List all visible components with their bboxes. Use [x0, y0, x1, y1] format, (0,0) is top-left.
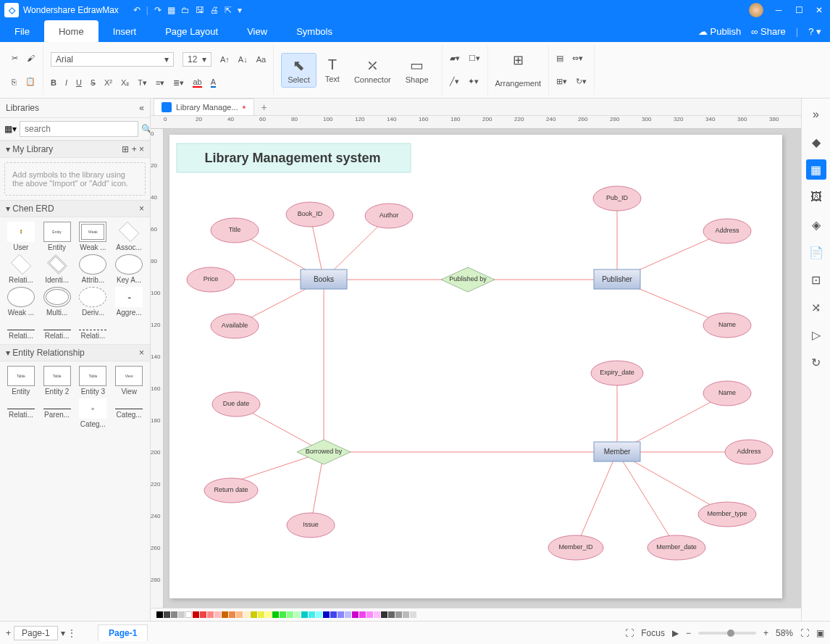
minimize-icon[interactable]: ─ — [774, 5, 784, 15]
shape-tool[interactable]: ▭Shape — [400, 54, 435, 87]
close-lib-icon[interactable]: × — [139, 144, 144, 154]
line-icon[interactable]: ╱▾ — [450, 77, 459, 86]
shape-deriv[interactable]: Deriv... — [77, 287, 110, 317]
shape-er-categ2[interactable]: Categ... — [112, 398, 146, 428]
shape-key-attrib[interactable]: Key A... — [112, 254, 146, 284]
print-icon[interactable]: 🖨 — [210, 5, 219, 15]
list-icon[interactable]: ≣▾ — [173, 78, 184, 88]
add-icon[interactable]: + — [132, 144, 137, 154]
theme-fill-icon[interactable]: ◆ — [806, 132, 826, 152]
shape-entity[interactable]: EntityEntity — [41, 222, 74, 251]
page-select[interactable]: Page-1 — [14, 626, 58, 640]
shape-er-entity2[interactable]: TableEntity 2 — [41, 366, 74, 396]
font-grow-icon[interactable]: A↑ — [220, 55, 230, 64]
tab-insert[interactable]: Insert — [98, 20, 151, 42]
search-icon[interactable]: 🔍 — [141, 124, 151, 134]
shape-multi[interactable]: Multi... — [41, 287, 74, 317]
close-icon[interactable]: ✕ — [814, 5, 824, 15]
shape-user[interactable]: 🧍User — [4, 222, 38, 251]
tab-view[interactable]: View — [232, 20, 282, 42]
share-button[interactable]: ∞ Share — [751, 26, 786, 37]
collapse-panel-icon[interactable]: « — [139, 103, 144, 113]
bullet-icon[interactable]: ≡▾ — [156, 78, 164, 88]
tab-page-layout[interactable]: Page Layout — [151, 20, 232, 42]
close-er-icon[interactable]: × — [139, 348, 144, 358]
shape-attrib[interactable]: Attrib... — [77, 254, 110, 284]
shuffle-icon[interactable]: ⤨ — [806, 297, 826, 317]
tab-home[interactable]: Home — [44, 20, 98, 42]
italic-icon[interactable]: I — [65, 78, 67, 87]
strike-icon[interactable]: S̶ — [91, 78, 96, 88]
change-case-icon[interactable]: Aa — [256, 55, 266, 64]
align-icon[interactable]: ▤ — [556, 54, 563, 63]
font-shrink-icon[interactable]: A↓ — [238, 55, 248, 64]
publish-button[interactable]: ☁ Publish — [698, 26, 741, 37]
shape-assoc[interactable]: Assoc... — [112, 222, 146, 251]
shape-rel1[interactable]: Relati... — [4, 319, 38, 340]
text-tool[interactable]: TText — [319, 54, 345, 86]
zoom-out-icon[interactable]: − — [686, 628, 691, 638]
page-tab[interactable]: Page-1 — [98, 624, 148, 641]
more-icon[interactable]: ▾ — [238, 5, 242, 15]
bold-icon[interactable]: B — [51, 78, 56, 87]
save-icon[interactable]: 🖫 — [196, 5, 204, 15]
cut-icon[interactable]: ✂ — [12, 54, 18, 63]
redo-icon[interactable]: ↷ — [154, 5, 162, 15]
shape-er-entity3[interactable]: TableEntity 3 — [77, 366, 110, 396]
distribute-icon[interactable]: ⇔▾ — [572, 54, 583, 63]
shape-ident[interactable]: Identi... — [41, 254, 74, 284]
superscript-icon[interactable]: X² — [104, 78, 112, 87]
font-select[interactable]: Arial▾ — [51, 52, 174, 67]
new-icon[interactable]: ▦ — [167, 5, 175, 15]
library-menu-icon[interactable]: ▦▾ — [4, 124, 17, 134]
effects-icon[interactable]: ✦▾ — [468, 77, 479, 86]
canvas[interactable]: Library Management system — [164, 129, 801, 608]
underline-icon[interactable]: U — [76, 78, 82, 87]
shape-aggre[interactable]: ☁Aggre... — [112, 287, 146, 317]
open-icon[interactable]: 🗀 — [181, 5, 190, 15]
er-title[interactable]: Entity Relationship — [12, 348, 84, 358]
resize-icon[interactable]: ⊡ — [806, 269, 826, 290]
help-icon[interactable]: ? ▾ — [808, 26, 821, 37]
font-size-select[interactable]: 12▾ — [183, 52, 211, 67]
shape-er-rel[interactable]: Relati... — [4, 398, 38, 428]
shape-relation[interactable]: Relati... — [4, 254, 38, 284]
shape-er-paren[interactable]: Paren... — [41, 398, 74, 428]
avatar[interactable] — [749, 3, 763, 17]
history-icon[interactable]: ↻ — [806, 352, 826, 372]
qr-icon[interactable]: ▦ — [806, 159, 826, 180]
play-icon[interactable]: ▷ — [806, 325, 826, 345]
collapse-right-icon[interactable]: » — [806, 104, 826, 125]
shape-er-categ[interactable]: ⊖Categ... — [77, 398, 110, 428]
shape-er-view[interactable]: ViewView — [112, 366, 146, 396]
group-icon[interactable]: ⊞▾ — [556, 77, 567, 86]
document-tab[interactable]: Library Manage... • — [154, 99, 254, 115]
connector-tool[interactable]: ⤫Connector — [348, 54, 397, 87]
shape-weak-attr[interactable]: Weak ... — [4, 287, 38, 317]
select-tool[interactable]: ⬉Select — [281, 53, 317, 88]
shape-weak-entity[interactable]: WeakWeak ... — [77, 222, 110, 251]
layers-icon[interactable]: ◈ — [806, 214, 826, 235]
shadow-icon[interactable]: ☐▾ — [469, 54, 480, 63]
font-underline-color-icon[interactable]: ab — [193, 78, 201, 88]
export-icon[interactable]: ⇱ — [225, 5, 232, 15]
import-icon[interactable]: ⊞ — [122, 144, 129, 154]
fullscreen-icon[interactable]: ▣ — [816, 628, 824, 638]
library-search-input[interactable] — [20, 121, 138, 137]
close-chen-icon[interactable]: × — [139, 204, 144, 214]
present-icon[interactable]: ▶ — [672, 628, 679, 638]
copy-icon[interactable]: ⎘ — [12, 78, 17, 86]
undo-icon[interactable]: ↶ — [133, 5, 141, 15]
add-tab-button[interactable]: + — [261, 101, 267, 113]
rotate-icon[interactable]: ↻▾ — [576, 77, 587, 86]
maximize-icon[interactable]: ☐ — [794, 5, 804, 15]
zoom-in-icon[interactable]: + — [763, 628, 768, 638]
shape-rel3[interactable]: Relati... — [77, 319, 110, 340]
subscript-icon[interactable]: X₂ — [121, 78, 129, 88]
fill-icon[interactable]: ▰▾ — [450, 54, 460, 63]
font-color-icon[interactable]: A — [211, 78, 216, 88]
my-library-title[interactable]: My Library — [12, 144, 53, 154]
format-painter-icon[interactable]: 🖌 — [27, 54, 35, 62]
page-dropdown-icon[interactable]: ▾ ⋮ — [61, 628, 76, 638]
tab-symbols[interactable]: Symbols — [282, 20, 347, 42]
